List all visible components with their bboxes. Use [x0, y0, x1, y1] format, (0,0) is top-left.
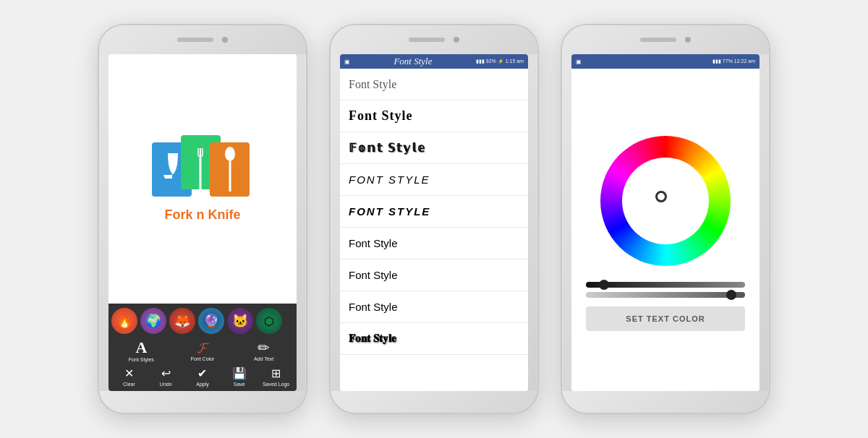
icon-cat[interactable]: 🐱	[227, 308, 253, 334]
svg-point-8	[225, 147, 235, 161]
phone-2-screen: ▣ Font Style ▮▮▮ 92% ⚡ 1:15 am Font Styl…	[340, 54, 528, 391]
phone-1-top	[99, 25, 306, 54]
list-item[interactable]: 𝐅𝐨𝐧𝐭 𝐒𝐭𝐲𝐥𝐞	[340, 323, 528, 355]
color-wheel-area: SET TEXT COLOR	[571, 69, 760, 391]
brightness-slider[interactable]	[586, 282, 745, 288]
icon-orb[interactable]: 🔮	[198, 308, 224, 334]
phone-1: Fork n Knife 🔥 🌍 🦊 🔮	[98, 24, 307, 414]
phone-1-bottom	[99, 391, 306, 413]
phone-3-bottom	[562, 391, 769, 413]
toolbar-buttons-row: A Font Styles 𝓕 Font Color ✏ Add Text	[111, 338, 294, 364]
save-button[interactable]: 💾 Save	[221, 365, 257, 388]
phone-3-screen: ▣ ▮▮▮ 77% 12:22 am	[571, 54, 760, 391]
toolbar: 🔥 🌍 🦊 🔮 🐱 ⬡	[109, 304, 297, 391]
sliders-container	[586, 282, 745, 298]
status-icon-3: ▣	[576, 59, 582, 65]
phone-3-content: ▣ ▮▮▮ 77% 12:22 am	[571, 54, 760, 391]
phone-2-bottom	[331, 391, 537, 413]
add-text-button[interactable]: ✏ Add Text	[234, 338, 294, 364]
list-item[interactable]: FONT STYLE	[340, 164, 528, 196]
list-item[interactable]: FONT STYLE	[340, 196, 528, 228]
font-list[interactable]: Font Style Font Style 𝔽𝕠𝕟𝕥 𝕊𝕥𝕪𝕝𝕖 FONT ST…	[340, 69, 528, 391]
status-bar-2: ▣ Font Style ▮▮▮ 92% ⚡ 1:15 am	[340, 54, 528, 69]
status-icon-2: ▣	[344, 59, 350, 65]
phone-2-content: ▣ Font Style ▮▮▮ 92% ⚡ 1:15 am Font Styl…	[340, 54, 528, 391]
icon-flame[interactable]: 🔥	[111, 308, 137, 334]
app-title: Fork n Knife	[164, 207, 240, 223]
phone-3-top	[562, 25, 769, 54]
status-right-2: ▮▮▮ 92% ⚡ 1:15 am	[476, 59, 524, 64]
phone-3: ▣ ▮▮▮ 77% 12:22 am	[561, 24, 770, 414]
status-right-3: ▮▮▮ 77% 12:22 am	[712, 59, 755, 64]
header-title-2: Font Style	[393, 56, 432, 67]
apply-button[interactable]: ✔ Apply	[185, 365, 221, 388]
icon-globe[interactable]: 🌍	[140, 308, 166, 334]
camera-3	[685, 37, 691, 43]
saved-logo-button[interactable]: ⊞ Saved Logo	[258, 365, 294, 388]
set-text-color-button[interactable]: SET TEXT COLOR	[586, 306, 745, 331]
color-wheel-svg	[593, 129, 738, 273]
logo-area: Fork n Knife	[109, 54, 297, 304]
list-item[interactable]: Font Style	[340, 69, 528, 100]
toolbar-bottom-row: ✕ Clear ↩ Undo ✔ Apply 💾 Save	[111, 365, 294, 388]
undo-button[interactable]: ↩ Undo	[148, 365, 184, 388]
camera-2	[454, 37, 459, 43]
icon-hex[interactable]: ⬡	[256, 308, 282, 334]
phone-2: ▣ Font Style ▮▮▮ 92% ⚡ 1:15 am Font Styl…	[329, 24, 539, 414]
list-item[interactable]: 𝔽𝕠𝕟𝕥 𝕊𝕥𝕪𝕝𝕖	[340, 132, 528, 164]
list-item[interactable]: Font Style	[340, 259, 528, 291]
camera	[222, 37, 228, 43]
color-wheel[interactable]	[593, 129, 738, 273]
font-color-button[interactable]: 𝓕 Font Color	[173, 338, 233, 364]
speaker-3	[640, 38, 676, 42]
phone-1-screen: Fork n Knife 🔥 🌍 🦊 🔮	[109, 54, 297, 391]
phone-2-top	[331, 25, 537, 54]
speaker	[177, 38, 213, 42]
opacity-slider[interactable]	[586, 292, 745, 298]
font-styles-button[interactable]: A Font Styles	[111, 338, 171, 364]
status-bar-3: ▣ ▮▮▮ 77% 12:22 am	[571, 54, 760, 69]
logo-graphic	[152, 135, 253, 207]
icon-fox[interactable]: 🦊	[169, 308, 195, 334]
list-item[interactable]: Font Style	[340, 228, 528, 259]
list-item[interactable]: Font Style	[340, 100, 528, 132]
speaker-2	[409, 38, 445, 42]
brightness-thumb[interactable]	[599, 280, 609, 290]
toolbar-icons-row: 🔥 🌍 🦊 🔮 🐱 ⬡	[111, 308, 294, 334]
clear-button[interactable]: ✕ Clear	[111, 365, 147, 388]
opacity-thumb[interactable]	[726, 290, 736, 300]
list-item[interactable]: Font Style	[340, 291, 528, 323]
phone-1-content: Fork n Knife 🔥 🌍 🦊 🔮	[109, 54, 297, 391]
